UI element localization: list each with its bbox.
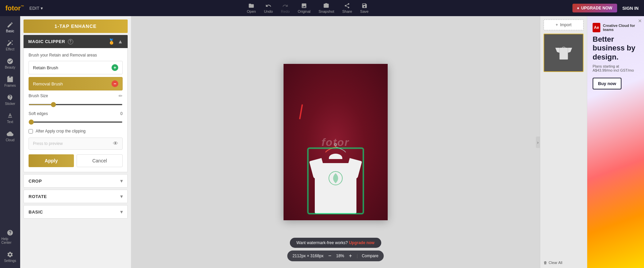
preview-field: Press to preview 👁 — [29, 138, 123, 150]
brush-section-label: Brush your Retain and Removal areas — [29, 53, 123, 58]
upgrade-banner: Want watermark-free works? Upgrade now — [290, 238, 381, 248]
status-bar: 2112px × 3168px − 18% + | Compare — [287, 251, 384, 261]
thumbnail-bg — [544, 34, 583, 71]
main-layout: Basic Effect Beauty Frames Sticker Text … — [0, 16, 644, 268]
sidebar-item-help[interactable]: Help Center — [0, 227, 20, 247]
ad-panel: ✕ Ae Creative Cloud for teams Better bus… — [587, 16, 644, 268]
canvas-content: fotor — [284, 64, 388, 220]
chevron-down-icon: ▾ — [41, 6, 43, 11]
share-button[interactable]: Share — [342, 3, 352, 13]
eye-icon[interactable]: 👁 — [113, 141, 118, 147]
topbar-center: Open Undo Redo Original Snapshot Share S… — [247, 3, 369, 13]
right-collapse-icon: › — [537, 140, 539, 145]
clear-all-button[interactable]: 🗑 Clear All — [544, 261, 584, 265]
soft-edges-row: Soft edges 0 — [29, 111, 123, 124]
zoom-out-button[interactable]: − — [328, 253, 332, 259]
sidebar-item-frames[interactable]: Frames — [0, 73, 20, 90]
after-apply-label: After Apply crop the clipping — [36, 129, 86, 133]
compare-label: Compare — [362, 254, 378, 258]
snapshot-button[interactable]: Snapshot — [318, 3, 334, 13]
upgrade-link[interactable]: Upgrade now — [349, 240, 375, 245]
import-button[interactable]: + Import — [544, 20, 584, 30]
zoom-in-button[interactable]: + — [348, 253, 352, 259]
topbar-left: fotor™ EDIT ▾ — [5, 4, 43, 12]
magic-clipper-body: Brush your Retain and Removal areas Reta… — [24, 48, 128, 172]
eraser-icon: ✏ — [119, 93, 123, 99]
brush-size-label-row: Brush Size ✏ — [29, 93, 123, 99]
rotate-section: ROTATE ▾ — [24, 190, 128, 203]
apply-button[interactable]: Apply — [29, 154, 74, 167]
brush-size-slider[interactable] — [29, 104, 123, 105]
canvas-area: fotor — [131, 16, 540, 268]
cancel-button[interactable]: Cancel — [77, 154, 123, 167]
ad-buy-button[interactable]: Buy now — [593, 78, 621, 89]
adobe-logo: Ae — [593, 23, 600, 32]
removal-icon: − — [112, 80, 118, 87]
rotate-header[interactable]: ROTATE ▾ — [24, 190, 127, 203]
sidebar-item-settings[interactable]: Settings — [0, 248, 20, 265]
panel-sidebar: 1-TAP ENHANCE MAGIC CLIPPER ? 🏅 ▲ Brush … — [20, 16, 131, 268]
icon-sidebar: Basic Effect Beauty Frames Sticker Text … — [0, 16, 20, 268]
sidebar-item-beauty[interactable]: Beauty — [0, 55, 20, 72]
original-button[interactable]: Original — [298, 3, 310, 13]
magic-clipper-header[interactable]: MAGIC CLIPPER ? 🏅 ▲ — [24, 35, 128, 48]
canvas-image: fotor — [284, 64, 388, 220]
magic-clipper-controls: 🏅 ▲ — [108, 38, 123, 45]
magic-clipper-help[interactable]: ? — [68, 39, 73, 44]
rotate-chevron-icon: ▾ — [120, 194, 123, 199]
after-apply-row: After Apply crop the clipping — [29, 129, 123, 133]
collapse-button[interactable]: ▲ — [118, 39, 123, 45]
sidebar-item-sticker[interactable]: Sticker — [0, 91, 20, 108]
thumbnail-card[interactable] — [544, 34, 584, 72]
trash-icon: 🗑 — [544, 261, 547, 265]
removal-brush-button[interactable]: Removal Brush − — [29, 77, 123, 90]
open-button[interactable]: Open — [247, 3, 256, 13]
undo-button[interactable]: Undo — [264, 3, 273, 13]
premium-badge: 🏅 — [108, 38, 115, 45]
svg-marker-4 — [568, 48, 572, 53]
retain-icon: + — [112, 64, 118, 71]
signin-button[interactable]: SIGN IN — [622, 6, 639, 11]
crop-section: CROP ▾ — [24, 174, 128, 188]
action-row: Apply Cancel — [29, 154, 123, 167]
basic-header[interactable]: BASIC ▾ — [24, 205, 127, 218]
ad-content: Ae Creative Cloud for teams Better busin… — [587, 16, 644, 268]
topbar: fotor™ EDIT ▾ Open Undo Redo Original Sn… — [0, 0, 644, 16]
save-button[interactable]: Save — [360, 3, 369, 13]
one-tap-enhance-button[interactable]: 1-TAP ENHANCE — [24, 20, 128, 33]
right-panel: + Import 🗑 Clear All — [540, 16, 587, 268]
app-logo: fotor™ — [5, 4, 24, 12]
ad-subtitle: Plans starting at A$43.99/mo incl GST/mo — [593, 64, 639, 72]
ad-close-button[interactable]: ✕ — [638, 18, 642, 24]
basic-chevron-icon: ▾ — [120, 209, 123, 215]
soft-edges-slider[interactable] — [29, 121, 123, 123]
topbar-right: UPGRADE NOW SIGN IN — [572, 4, 639, 12]
ad-title: Better business by design. — [593, 35, 639, 62]
plus-icon: + — [556, 23, 558, 27]
crop-header[interactable]: CROP ▾ — [24, 175, 127, 187]
ad-header: Ae Creative Cloud for teams — [593, 23, 639, 32]
after-apply-checkbox[interactable] — [29, 129, 33, 133]
basic-section: BASIC ▾ — [24, 205, 128, 219]
sidebar-item-basic[interactable]: Basic — [0, 19, 20, 36]
svg-rect-2 — [559, 48, 568, 60]
magic-clipper-title: MAGIC CLIPPER ? — [28, 39, 73, 44]
sidebar-item-cloud[interactable]: Cloud — [0, 128, 20, 145]
tshirt-selection-glow — [307, 148, 364, 214]
upgrade-button[interactable]: UPGRADE NOW — [572, 4, 617, 12]
edit-menu[interactable]: EDIT ▾ — [30, 6, 43, 11]
svg-marker-3 — [555, 48, 560, 53]
retain-brush-button[interactable]: Retain Brush + — [29, 61, 123, 74]
brush-size-row: Brush Size ✏ — [29, 93, 123, 107]
sidebar-item-effect[interactable]: Effect — [0, 37, 20, 54]
sidebar-item-text[interactable]: Text — [0, 110, 20, 126]
crop-chevron-icon: ▾ — [120, 178, 123, 184]
right-collapse-button[interactable]: › — [536, 137, 540, 148]
redo-button[interactable]: Redo — [281, 3, 290, 13]
